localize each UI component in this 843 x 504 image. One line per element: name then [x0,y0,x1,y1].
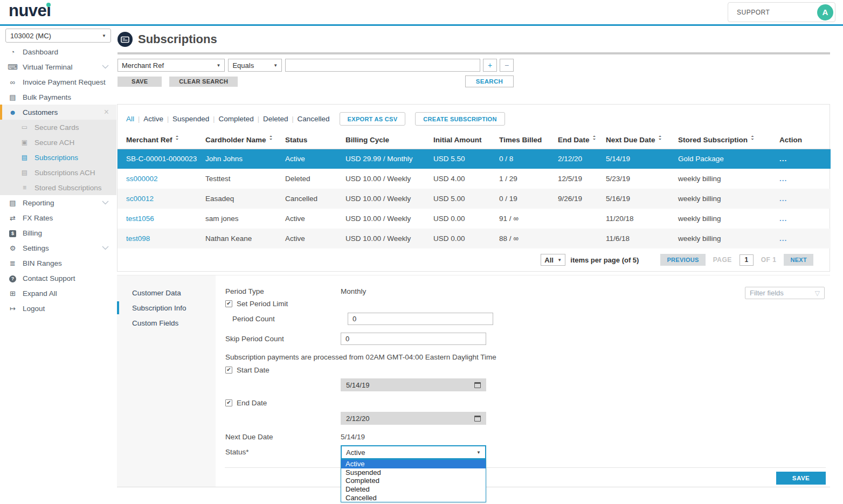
col-next-due-date[interactable]: Next Due Dateˆˇ [606,131,678,149]
status-option-suspended[interactable]: Suspended [341,468,486,477]
sort-icon[interactable]: ˆˇ [270,137,272,142]
sidebar-item-virtual-terminal[interactable]: ⌨Virtual Terminal [0,59,116,74]
status-option-cancelled[interactable]: Cancelled [341,493,486,502]
sidebar-item-reporting[interactable]: ▤Reporting [0,195,116,210]
cell-action[interactable]: ... [779,209,831,229]
add-filter-button[interactable]: + [483,59,497,72]
cell-merchant-ref[interactable]: ss000002 [118,169,205,189]
table-row[interactable]: ss000002TesttestDeletedUSD 10.00 / Weekl… [118,169,831,189]
page-number-input[interactable]: 1 [740,254,754,266]
tab-all[interactable]: All [126,115,134,123]
sidebar-item-contact-support[interactable]: ?Contact Support [0,271,116,286]
clear-search-button[interactable]: CLEAR SEARCH [169,77,238,87]
chevron-down-icon[interactable] [102,201,109,205]
row-actions-button[interactable]: ... [779,195,787,203]
row-actions-button[interactable]: ... [779,155,787,163]
set-period-limit-checkbox[interactable] [225,300,232,307]
row-actions-button[interactable]: ... [779,234,787,243]
cell-status: Cancelled [285,189,346,209]
remove-filter-button[interactable]: − [500,59,514,72]
previous-page-button[interactable]: PREVIOUS [660,254,705,266]
status-option-deleted[interactable]: Deleted [341,485,486,494]
sort-icon[interactable]: ˆˇ [593,137,596,142]
tab-suspended[interactable]: Suspended [172,115,209,123]
cell-merchant-ref[interactable]: sc00012 [118,189,205,209]
row-actions-button[interactable]: ... [779,175,787,183]
detail-tab-subscription-info[interactable]: Subscription Info [117,300,216,315]
detail-tab-customer-data[interactable]: Customer Data [117,285,216,300]
sidebar-item-subscriptions-ach[interactable]: ▤Subscriptions ACH [0,165,116,180]
sidebar-item-stored-subscriptions[interactable]: ≡Stored Subscriptions [0,180,116,195]
cell-action[interactable]: ... [779,149,831,169]
end-date-input[interactable]: 2/12/20 [341,412,486,425]
search-field-select[interactable]: Merchant Ref ▼ [118,59,225,72]
sort-icon[interactable]: ˆˇ [751,137,754,142]
cell-action[interactable]: ... [779,189,831,209]
col-stored-subscription[interactable]: Stored Subscriptionˆˇ [678,131,779,149]
sidebar-item-billing[interactable]: $Billing [0,225,116,240]
save-search-button[interactable]: SAVE [118,77,162,87]
merchant-ref-link[interactable]: ss000002 [126,175,158,183]
chevron-down-icon[interactable] [102,246,109,250]
sort-icon[interactable]: ˆˇ [176,137,178,142]
detail-tab-custom-fields[interactable]: Custom Fields [117,315,216,330]
table-row[interactable]: test1056sam jonesActiveUSD 10.00 / Weekl… [118,209,831,229]
next-page-button[interactable]: NEXT [784,254,813,266]
sidebar-item-bulk-payments[interactable]: ▤Bulk Payments [0,89,116,105]
cell-merchant-ref[interactable]: test098 [118,229,205,248]
calendar-icon[interactable] [474,382,481,388]
close-icon[interactable]: × [104,108,109,116]
user-avatar[interactable]: A [817,4,833,20]
sidebar-item-expand-all[interactable]: ⊞Expand All [0,286,116,301]
status-option-completed[interactable]: Completed [341,477,486,485]
support-button[interactable]: SUPPORT A [728,2,835,22]
col-end-date[interactable]: End Dateˆˇ [558,131,606,149]
cell-action[interactable]: ... [779,229,831,248]
table-row[interactable]: SB-C-00001-0000023John JohnsActiveUSD 29… [118,149,831,169]
save-button[interactable]: SAVE [776,472,826,485]
start-date-checkbox[interactable] [225,367,232,374]
export-csv-button[interactable]: EXPORT AS CSV [340,112,406,126]
sidebar-item-bin-ranges[interactable]: ≣BIN Ranges [0,256,116,271]
sidebar-item-secure-cards[interactable]: ▭Secure Cards [0,120,116,135]
cell-action[interactable]: ... [779,169,831,189]
table-row[interactable]: test098Nathan KeaneActiveUSD 10.00 / Wee… [118,229,831,248]
sidebar-item-subscriptions[interactable]: ▤Subscriptions [0,150,116,165]
sidebar-item-settings[interactable]: ⚙Settings [0,240,116,256]
cell-merchant-ref[interactable]: SB-C-00001-0000023 [118,149,205,169]
tab-active[interactable]: Active [143,115,163,123]
row-actions-button[interactable]: ... [779,215,787,223]
merchant-select[interactable]: 103002 (MC) ▼ [5,29,111,43]
sidebar-item-fx-rates[interactable]: ⇄FX Rates [0,210,116,225]
tab-completed[interactable]: Completed [218,115,253,123]
table-row[interactable]: sc00012EasadeqCancelledUSD 10.00 / Weekl… [118,189,831,209]
end-date-checkbox[interactable] [225,399,232,406]
calendar-icon[interactable] [474,416,481,422]
chevron-down-icon[interactable] [102,65,109,69]
status-option-active[interactable]: Active [341,460,486,468]
tab-deleted[interactable]: Deleted [263,115,288,123]
search-button[interactable]: SEARCH [465,75,514,87]
cell-merchant-ref[interactable]: test1056 [118,209,205,229]
col-merchant-ref[interactable]: Merchant Refˆˇ [118,131,205,149]
tab-cancelled[interactable]: Cancelled [298,115,330,123]
status-select[interactable]: Active ▼ [341,445,486,459]
create-subscription-button[interactable]: CREATE SUBSCRIPTION [415,112,505,126]
col-cardholder-name[interactable]: Cardholder Nameˆˇ [205,131,285,149]
search-value-input[interactable] [285,59,480,72]
sidebar-item-dashboard[interactable]: ◔Dashboard [0,44,116,59]
search-operator-select[interactable]: Equals ▼ [228,59,282,72]
start-date-input[interactable]: 5/14/19 [341,378,486,391]
merchant-ref-link[interactable]: test1056 [126,215,154,223]
sidebar-item-logout[interactable]: ↦Logout [0,301,116,316]
merchant-ref-link[interactable]: test098 [126,234,150,243]
sidebar-item-secure-ach[interactable]: ▣Secure ACH [0,135,116,150]
sort-icon[interactable]: ˆˇ [659,137,661,142]
merchant-ref-link[interactable]: sc00012 [126,195,154,203]
items-per-page-select[interactable]: All ▼ [541,254,565,266]
skip-period-count-input[interactable]: 0 [341,333,486,345]
period-count-input[interactable]: 0 [348,313,493,325]
sidebar-item-invoice-payment-request[interactable]: ∞Invoice Payment Request [0,74,116,89]
cell-end-date: 12/5/19 [558,169,606,189]
sidebar-item-customers[interactable]: ☻Customers× [0,105,116,120]
